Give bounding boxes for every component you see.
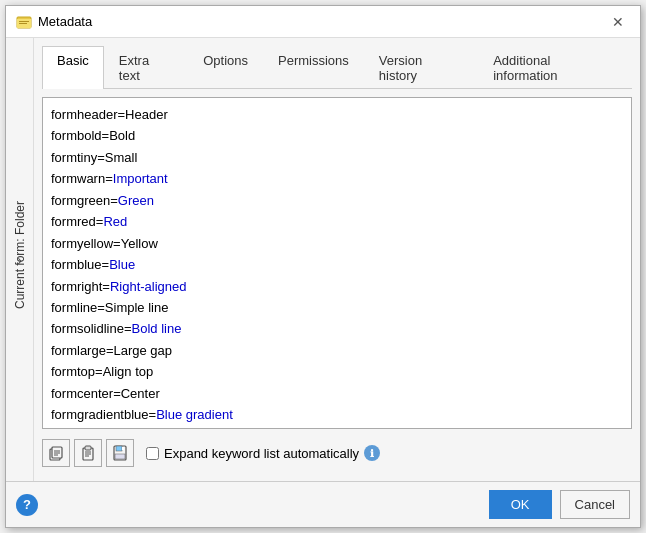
checkbox-area: Expand keyword list automatically ℹ	[146, 445, 380, 461]
tab-options[interactable]: Options	[188, 46, 263, 89]
text-content-area[interactable]: formheader=Headerformbold=Boldformtiny=S…	[43, 98, 631, 428]
cancel-button[interactable]: Cancel	[560, 490, 630, 519]
svg-rect-3	[19, 23, 27, 24]
bottom-toolbar: Expand keyword list automatically ℹ	[42, 433, 632, 473]
paste-icon	[80, 445, 96, 461]
dialog: Metadata ✕ › Current form: Folder Basic …	[5, 5, 641, 528]
svg-rect-15	[116, 446, 122, 451]
expand-keyword-checkbox[interactable]	[146, 447, 159, 460]
svg-rect-2	[19, 21, 29, 22]
dialog-title: Metadata	[38, 14, 606, 29]
sidebar-label: Current form: Folder	[13, 201, 27, 309]
info-icon[interactable]: ℹ	[364, 445, 380, 461]
ok-button[interactable]: OK	[489, 490, 552, 519]
button-save[interactable]	[106, 439, 134, 467]
text-area-container: formheader=Headerformbold=Boldformtiny=S…	[42, 97, 632, 429]
tab-additional-info[interactable]: Additional information	[478, 46, 632, 89]
dialog-footer: ? OK Cancel	[6, 481, 640, 527]
tab-permissions[interactable]: Permissions	[263, 46, 364, 89]
title-bar: Metadata ✕	[6, 6, 640, 38]
button-paste[interactable]	[74, 439, 102, 467]
button-copy[interactable]	[42, 439, 70, 467]
tab-version-history[interactable]: Version history	[364, 46, 478, 89]
expand-keyword-label: Expand keyword list automatically	[164, 446, 359, 461]
tab-extra-text[interactable]: Extra text	[104, 46, 188, 89]
svg-rect-17	[122, 447, 124, 450]
footer-buttons: OK Cancel	[489, 490, 630, 519]
main-content: Basic Extra text Options Permissions Ver…	[34, 38, 640, 481]
dialog-body: › Current form: Folder Basic Extra text …	[6, 38, 640, 481]
svg-rect-16	[115, 454, 125, 459]
dialog-icon	[16, 14, 32, 30]
sidebar: › Current form: Folder	[6, 38, 34, 481]
copy-icon	[48, 445, 64, 461]
help-button[interactable]: ?	[16, 494, 38, 516]
svg-rect-10	[85, 446, 91, 450]
tab-basic[interactable]: Basic	[42, 46, 104, 89]
save-icon	[112, 445, 128, 461]
tabs-bar: Basic Extra text Options Permissions Ver…	[42, 46, 632, 89]
close-button[interactable]: ✕	[606, 10, 630, 34]
